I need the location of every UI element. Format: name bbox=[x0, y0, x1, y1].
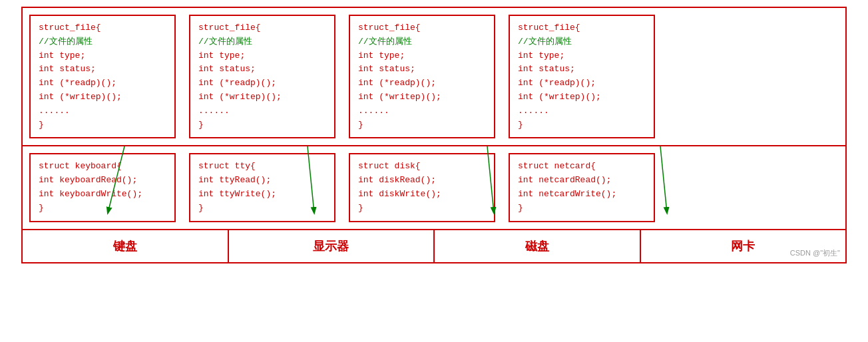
driver-keyboard-box: struct keyboard{ int keyboardRead(); int… bbox=[29, 153, 176, 222]
struct-file-box-4: struct_file{ //文件的属性 int type; int statu… bbox=[509, 15, 655, 138]
os-section: 操作系统 struct_file{ //文件的属性 int type; int … bbox=[21, 7, 847, 146]
driver-netcard-code: struct netcard{ int netcardRead(); int n… bbox=[518, 160, 646, 215]
watermark: CSDN @"初生" bbox=[790, 248, 840, 258]
driver-boxes-row: struct keyboard{ int keyboardRead(); int… bbox=[29, 153, 839, 222]
driver-section: 驱动 struct keyboard{ int keyboardRead(); … bbox=[21, 146, 847, 230]
hardware-keyboard: 键盘 bbox=[23, 230, 229, 262]
struct-file-box-3: struct_file{ //文件的属性 int type; int statu… bbox=[349, 15, 495, 138]
struct-file-box-2: struct_file{ //文件的属性 int type; int statu… bbox=[189, 15, 335, 138]
driver-tty-code: struct tty{ int ttyRead(); int ttyWrite(… bbox=[198, 160, 326, 215]
struct-file-code-1: struct_file{ //文件的属性 int type; int statu… bbox=[39, 21, 166, 132]
hardware-display: 显示器 bbox=[229, 230, 435, 262]
driver-disk-code: struct disk{ int diskRead(); int diskWri… bbox=[358, 160, 486, 215]
driver-disk-box: struct disk{ int diskRead(); int diskWri… bbox=[349, 153, 495, 222]
struct-file-box-1: struct_file{ //文件的属性 int type; int statu… bbox=[29, 15, 176, 138]
struct-file-code-3: struct_file{ //文件的属性 int type; int statu… bbox=[358, 21, 486, 132]
driver-netcard-box: struct netcard{ int netcardRead(); int n… bbox=[509, 153, 655, 222]
hardware-section: 硬件 键盘 显示器 磁盘 网卡 bbox=[21, 230, 847, 263]
driver-tty-box: struct tty{ int ttyRead(); int ttyWrite(… bbox=[189, 153, 335, 222]
struct-file-code-2: struct_file{ //文件的属性 int type; int statu… bbox=[198, 21, 326, 132]
os-code-boxes: struct_file{ //文件的属性 int type; int statu… bbox=[29, 15, 839, 138]
struct-file-code-4: struct_file{ //文件的属性 int type; int statu… bbox=[518, 21, 646, 132]
hardware-disk: 磁盘 bbox=[435, 230, 641, 262]
main-wrapper: 操作系统 struct_file{ //文件的属性 int type; int … bbox=[21, 7, 847, 263]
driver-keyboard-code: struct keyboard{ int keyboardRead(); int… bbox=[39, 160, 166, 215]
hardware-items: 键盘 显示器 磁盘 网卡 bbox=[23, 230, 845, 262]
